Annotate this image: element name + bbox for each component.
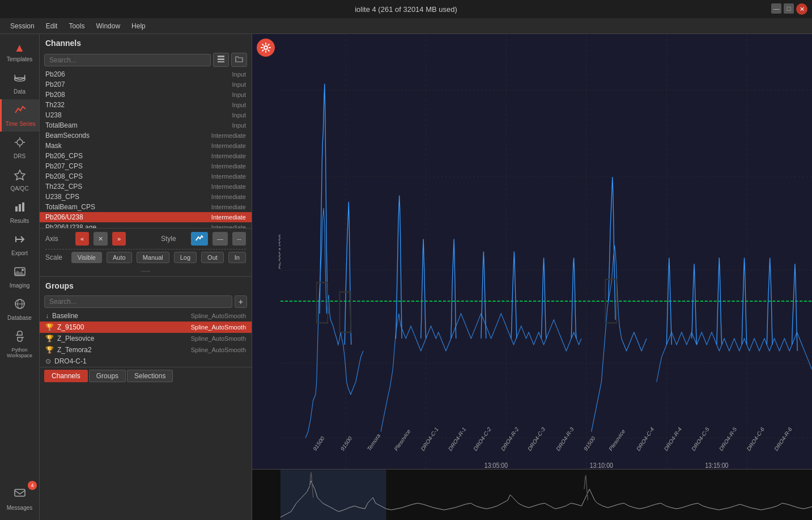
sidebar-item-database[interactable]: Database: [0, 293, 39, 325]
sidebar-item-imaging[interactable]: Imaging: [0, 261, 39, 293]
channel-row[interactable]: Pb206Input: [40, 69, 252, 79]
channels-header: Channels: [40, 34, 252, 50]
group-row[interactable]: ↓BaselineSpline_AutoSmooth: [40, 310, 252, 322]
group-name: Z_Plesovice: [57, 335, 191, 343]
menu-window[interactable]: Window: [90, 20, 126, 32]
window-controls: — □ ✕: [771, 3, 807, 15]
groups-add-btn[interactable]: +: [235, 295, 247, 308]
style-btn1[interactable]: [191, 232, 208, 246]
group-type: Spline_AutoSmooth: [191, 312, 246, 319]
group-type: Spline_AutoSmooth: [191, 335, 246, 342]
channels-search-input[interactable]: [44, 54, 211, 66]
chart-mini[interactable]: [252, 469, 812, 520]
python-icon: [14, 330, 26, 345]
channel-name: U238_CPS: [45, 193, 211, 201]
groups-search-input[interactable]: [44, 295, 232, 308]
qaqc-icon: [14, 168, 26, 184]
group-type: Spline_AutoSmooth: [191, 346, 246, 353]
sidebar-item-messages[interactable]: Messages 4: [0, 483, 39, 515]
channel-name: Pb206/U238: [45, 213, 211, 221]
channel-row[interactable]: Pb206/U238Intermediate: [40, 212, 252, 222]
menu-tools[interactable]: Tools: [63, 20, 90, 32]
group-name: Z_91500: [57, 323, 191, 331]
group-row[interactable]: ⊙DRO4-C-1: [40, 356, 252, 367]
menu-edit[interactable]: Edit: [40, 20, 63, 32]
python-label: Python Workspace: [2, 347, 37, 358]
sidebar-item-data[interactable]: Data: [0, 67, 39, 99]
channel-row[interactable]: Th232_CPSIntermediate: [40, 181, 252, 192]
scale-manual-btn[interactable]: Manual: [137, 252, 169, 263]
scale-auto-btn[interactable]: Auto: [107, 252, 132, 263]
drs-icon: [14, 136, 26, 151]
channel-row[interactable]: U238Input: [40, 110, 252, 120]
sidebar-item-python[interactable]: Python Workspace: [0, 325, 39, 363]
channel-row[interactable]: TotalBeamInput: [40, 120, 252, 130]
sidebar-item-timeseries[interactable]: Time Series: [0, 99, 39, 132]
channel-row[interactable]: TotalBeam_CPSIntermediate: [40, 202, 252, 212]
tab-selections[interactable]: Selections: [127, 370, 173, 382]
channel-type: Input: [232, 122, 246, 129]
channel-row[interactable]: Pb208Input: [40, 90, 252, 100]
sidebar-item-drs[interactable]: DRS: [0, 132, 39, 164]
axis-left-btn[interactable]: «: [75, 232, 89, 246]
channel-row[interactable]: Pb207Input: [40, 79, 252, 90]
svg-rect-21: [218, 56, 224, 57]
imaging-label: Imaging: [10, 282, 30, 289]
chart-settings-button[interactable]: [257, 39, 275, 57]
svg-point-4: [17, 139, 23, 145]
channel-row[interactable]: Pb206_CPSIntermediate: [40, 151, 252, 161]
drag-indicator: ......: [45, 267, 246, 273]
channels-view-btn[interactable]: [213, 53, 229, 67]
tab-channels[interactable]: Channels: [44, 370, 88, 382]
channel-row[interactable]: Pb207_CPSIntermediate: [40, 161, 252, 171]
channel-row[interactable]: U238_CPSIntermediate: [40, 192, 252, 202]
sidebar-item-qaqc[interactable]: QA/QC: [0, 164, 39, 196]
channel-type: Intermediate: [211, 183, 246, 190]
channel-row[interactable]: MaskIntermediate: [40, 141, 252, 151]
scale-log-btn[interactable]: Log: [174, 252, 197, 263]
group-name: Baseline: [52, 312, 191, 320]
channel-name: Mask: [45, 142, 211, 150]
group-row[interactable]: 🏆Z_91500Spline_AutoSmooth: [40, 322, 252, 333]
channel-row[interactable]: BeamSecondsIntermediate: [40, 130, 252, 141]
channel-row[interactable]: Pb208_CPSIntermediate: [40, 171, 252, 181]
sidebar-item-export[interactable]: Export: [0, 229, 39, 261]
close-button[interactable]: ✕: [796, 3, 807, 15]
svg-rect-10: [19, 204, 21, 212]
group-row[interactable]: 🏆Z_Temora2Spline_AutoSmooth: [40, 344, 252, 356]
scale-in-btn[interactable]: In: [228, 252, 246, 263]
menu-session[interactable]: Session: [5, 20, 40, 32]
minimize-button[interactable]: —: [771, 3, 781, 14]
scale-out-btn[interactable]: Out: [201, 252, 224, 263]
channel-name: Pb208: [45, 91, 232, 99]
scale-visible-btn[interactable]: Visible: [71, 252, 102, 263]
group-row[interactable]: 🏆Z_PlesoviceSpline_AutoSmooth: [40, 333, 252, 344]
tab-groups[interactable]: Groups: [89, 370, 126, 382]
style-btn3[interactable]: --: [232, 232, 246, 246]
results-label: Results: [10, 218, 29, 224]
channel-type: Input: [232, 71, 246, 78]
svg-text:13:05:00: 13:05:00: [484, 461, 508, 469]
channel-type: Input: [232, 112, 246, 119]
channel-row[interactable]: Pb206/U238 ageIntermediate: [40, 222, 252, 228]
channel-type: Intermediate: [211, 132, 246, 139]
svg-point-24: [264, 46, 267, 49]
data-icon: [14, 71, 26, 87]
svg-text:13:15:00: 13:15:00: [705, 461, 729, 469]
menu-help[interactable]: Help: [126, 20, 151, 32]
channel-type: Input: [232, 91, 246, 98]
channel-row[interactable]: Th232Input: [40, 100, 252, 110]
group-circle-icon: ⊙: [45, 357, 51, 365]
axis-right-btn[interactable]: »: [112, 232, 126, 246]
timeseries-label: Time Series: [6, 121, 36, 127]
channels-folder-btn[interactable]: [231, 53, 247, 67]
group-trophy-icon: 🏆: [45, 323, 54, 331]
sidebar-item-templates[interactable]: ▲ Templates: [0, 37, 39, 67]
sidebar-item-results[interactable]: Results: [0, 196, 39, 229]
channel-name: Th232: [45, 101, 232, 109]
channel-name: Pb206_CPS: [45, 152, 211, 160]
channel-type: Intermediate: [211, 214, 246, 221]
maximize-button[interactable]: □: [784, 3, 794, 14]
style-btn2[interactable]: —: [212, 232, 228, 246]
axis-close-btn[interactable]: ✕: [93, 232, 108, 246]
